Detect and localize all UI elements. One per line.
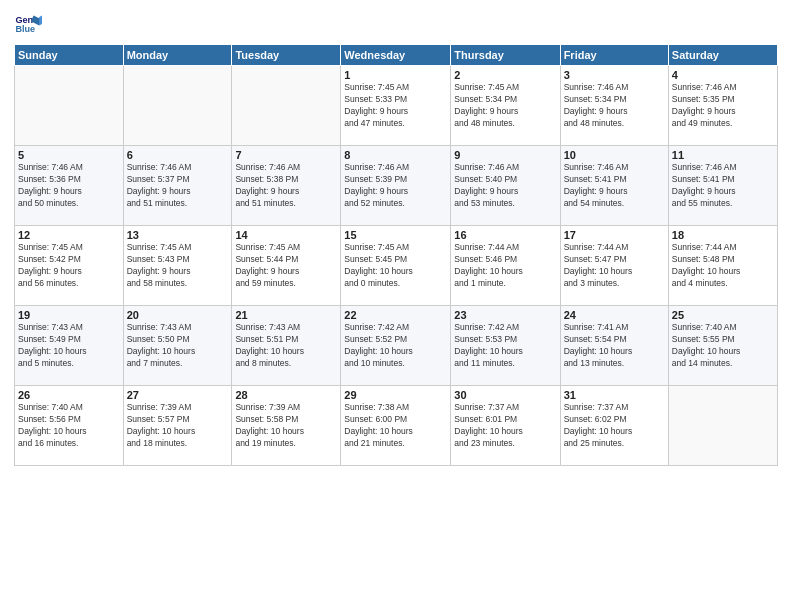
day-number: 6 (127, 149, 229, 161)
svg-text:Blue: Blue (15, 24, 35, 34)
calendar-cell: 23Sunrise: 7:42 AM Sunset: 5:53 PM Dayli… (451, 306, 560, 386)
day-info: Sunrise: 7:43 AM Sunset: 5:49 PM Dayligh… (18, 322, 120, 370)
day-info: Sunrise: 7:46 AM Sunset: 5:34 PM Dayligh… (564, 82, 665, 130)
day-number: 3 (564, 69, 665, 81)
day-info: Sunrise: 7:46 AM Sunset: 5:35 PM Dayligh… (672, 82, 774, 130)
day-number: 22 (344, 309, 447, 321)
calendar-cell: 12Sunrise: 7:45 AM Sunset: 5:42 PM Dayli… (15, 226, 124, 306)
day-info: Sunrise: 7:44 AM Sunset: 5:48 PM Dayligh… (672, 242, 774, 290)
weekday-header-friday: Friday (560, 45, 668, 66)
day-number: 28 (235, 389, 337, 401)
day-info: Sunrise: 7:40 AM Sunset: 5:56 PM Dayligh… (18, 402, 120, 450)
day-info: Sunrise: 7:44 AM Sunset: 5:46 PM Dayligh… (454, 242, 556, 290)
day-number: 23 (454, 309, 556, 321)
day-info: Sunrise: 7:39 AM Sunset: 5:57 PM Dayligh… (127, 402, 229, 450)
calendar-cell: 17Sunrise: 7:44 AM Sunset: 5:47 PM Dayli… (560, 226, 668, 306)
day-info: Sunrise: 7:45 AM Sunset: 5:34 PM Dayligh… (454, 82, 556, 130)
day-info: Sunrise: 7:39 AM Sunset: 5:58 PM Dayligh… (235, 402, 337, 450)
calendar-cell: 21Sunrise: 7:43 AM Sunset: 5:51 PM Dayli… (232, 306, 341, 386)
page-header: General Blue (14, 10, 778, 38)
weekday-header-tuesday: Tuesday (232, 45, 341, 66)
calendar-cell: 30Sunrise: 7:37 AM Sunset: 6:01 PM Dayli… (451, 386, 560, 466)
calendar-table: SundayMondayTuesdayWednesdayThursdayFrid… (14, 44, 778, 466)
day-number: 9 (454, 149, 556, 161)
calendar-cell: 9Sunrise: 7:46 AM Sunset: 5:40 PM Daylig… (451, 146, 560, 226)
calendar-week-4: 19Sunrise: 7:43 AM Sunset: 5:49 PM Dayli… (15, 306, 778, 386)
day-info: Sunrise: 7:45 AM Sunset: 5:42 PM Dayligh… (18, 242, 120, 290)
calendar-cell: 14Sunrise: 7:45 AM Sunset: 5:44 PM Dayli… (232, 226, 341, 306)
calendar-week-3: 12Sunrise: 7:45 AM Sunset: 5:42 PM Dayli… (15, 226, 778, 306)
day-number: 1 (344, 69, 447, 81)
day-number: 2 (454, 69, 556, 81)
calendar-cell (15, 66, 124, 146)
day-info: Sunrise: 7:46 AM Sunset: 5:37 PM Dayligh… (127, 162, 229, 210)
calendar-cell: 24Sunrise: 7:41 AM Sunset: 5:54 PM Dayli… (560, 306, 668, 386)
calendar-cell: 20Sunrise: 7:43 AM Sunset: 5:50 PM Dayli… (123, 306, 232, 386)
calendar-cell: 25Sunrise: 7:40 AM Sunset: 5:55 PM Dayli… (668, 306, 777, 386)
calendar-cell: 2Sunrise: 7:45 AM Sunset: 5:34 PM Daylig… (451, 66, 560, 146)
day-number: 12 (18, 229, 120, 241)
weekday-header-sunday: Sunday (15, 45, 124, 66)
day-info: Sunrise: 7:46 AM Sunset: 5:36 PM Dayligh… (18, 162, 120, 210)
day-number: 4 (672, 69, 774, 81)
calendar-cell: 29Sunrise: 7:38 AM Sunset: 6:00 PM Dayli… (341, 386, 451, 466)
calendar-cell: 10Sunrise: 7:46 AM Sunset: 5:41 PM Dayli… (560, 146, 668, 226)
day-number: 31 (564, 389, 665, 401)
day-number: 13 (127, 229, 229, 241)
day-info: Sunrise: 7:42 AM Sunset: 5:52 PM Dayligh… (344, 322, 447, 370)
day-info: Sunrise: 7:46 AM Sunset: 5:39 PM Dayligh… (344, 162, 447, 210)
calendar-cell: 3Sunrise: 7:46 AM Sunset: 5:34 PM Daylig… (560, 66, 668, 146)
day-info: Sunrise: 7:43 AM Sunset: 5:50 PM Dayligh… (127, 322, 229, 370)
calendar-header-row: SundayMondayTuesdayWednesdayThursdayFrid… (15, 45, 778, 66)
calendar-cell: 4Sunrise: 7:46 AM Sunset: 5:35 PM Daylig… (668, 66, 777, 146)
weekday-header-saturday: Saturday (668, 45, 777, 66)
calendar-body: 1Sunrise: 7:45 AM Sunset: 5:33 PM Daylig… (15, 66, 778, 466)
day-info: Sunrise: 7:45 AM Sunset: 5:43 PM Dayligh… (127, 242, 229, 290)
day-info: Sunrise: 7:46 AM Sunset: 5:41 PM Dayligh… (672, 162, 774, 210)
day-number: 19 (18, 309, 120, 321)
day-number: 27 (127, 389, 229, 401)
day-number: 24 (564, 309, 665, 321)
calendar-cell: 8Sunrise: 7:46 AM Sunset: 5:39 PM Daylig… (341, 146, 451, 226)
day-number: 11 (672, 149, 774, 161)
calendar-week-5: 26Sunrise: 7:40 AM Sunset: 5:56 PM Dayli… (15, 386, 778, 466)
calendar-cell: 6Sunrise: 7:46 AM Sunset: 5:37 PM Daylig… (123, 146, 232, 226)
day-info: Sunrise: 7:46 AM Sunset: 5:38 PM Dayligh… (235, 162, 337, 210)
calendar-cell: 1Sunrise: 7:45 AM Sunset: 5:33 PM Daylig… (341, 66, 451, 146)
day-number: 29 (344, 389, 447, 401)
weekday-header-thursday: Thursday (451, 45, 560, 66)
calendar-cell: 15Sunrise: 7:45 AM Sunset: 5:45 PM Dayli… (341, 226, 451, 306)
calendar-cell (232, 66, 341, 146)
day-info: Sunrise: 7:46 AM Sunset: 5:41 PM Dayligh… (564, 162, 665, 210)
day-info: Sunrise: 7:40 AM Sunset: 5:55 PM Dayligh… (672, 322, 774, 370)
day-info: Sunrise: 7:44 AM Sunset: 5:47 PM Dayligh… (564, 242, 665, 290)
day-info: Sunrise: 7:45 AM Sunset: 5:33 PM Dayligh… (344, 82, 447, 130)
calendar-cell: 28Sunrise: 7:39 AM Sunset: 5:58 PM Dayli… (232, 386, 341, 466)
day-number: 16 (454, 229, 556, 241)
day-number: 20 (127, 309, 229, 321)
weekday-header-monday: Monday (123, 45, 232, 66)
day-number: 7 (235, 149, 337, 161)
day-info: Sunrise: 7:45 AM Sunset: 5:44 PM Dayligh… (235, 242, 337, 290)
calendar-cell: 18Sunrise: 7:44 AM Sunset: 5:48 PM Dayli… (668, 226, 777, 306)
day-number: 18 (672, 229, 774, 241)
day-info: Sunrise: 7:45 AM Sunset: 5:45 PM Dayligh… (344, 242, 447, 290)
day-number: 17 (564, 229, 665, 241)
day-number: 14 (235, 229, 337, 241)
day-number: 8 (344, 149, 447, 161)
calendar-week-1: 1Sunrise: 7:45 AM Sunset: 5:33 PM Daylig… (15, 66, 778, 146)
day-number: 25 (672, 309, 774, 321)
day-number: 21 (235, 309, 337, 321)
day-info: Sunrise: 7:37 AM Sunset: 6:01 PM Dayligh… (454, 402, 556, 450)
day-number: 30 (454, 389, 556, 401)
day-info: Sunrise: 7:43 AM Sunset: 5:51 PM Dayligh… (235, 322, 337, 370)
day-number: 10 (564, 149, 665, 161)
day-info: Sunrise: 7:38 AM Sunset: 6:00 PM Dayligh… (344, 402, 447, 450)
calendar-cell: 16Sunrise: 7:44 AM Sunset: 5:46 PM Dayli… (451, 226, 560, 306)
calendar-cell: 11Sunrise: 7:46 AM Sunset: 5:41 PM Dayli… (668, 146, 777, 226)
day-number: 5 (18, 149, 120, 161)
calendar-cell (123, 66, 232, 146)
calendar-cell: 7Sunrise: 7:46 AM Sunset: 5:38 PM Daylig… (232, 146, 341, 226)
calendar-week-2: 5Sunrise: 7:46 AM Sunset: 5:36 PM Daylig… (15, 146, 778, 226)
day-info: Sunrise: 7:46 AM Sunset: 5:40 PM Dayligh… (454, 162, 556, 210)
